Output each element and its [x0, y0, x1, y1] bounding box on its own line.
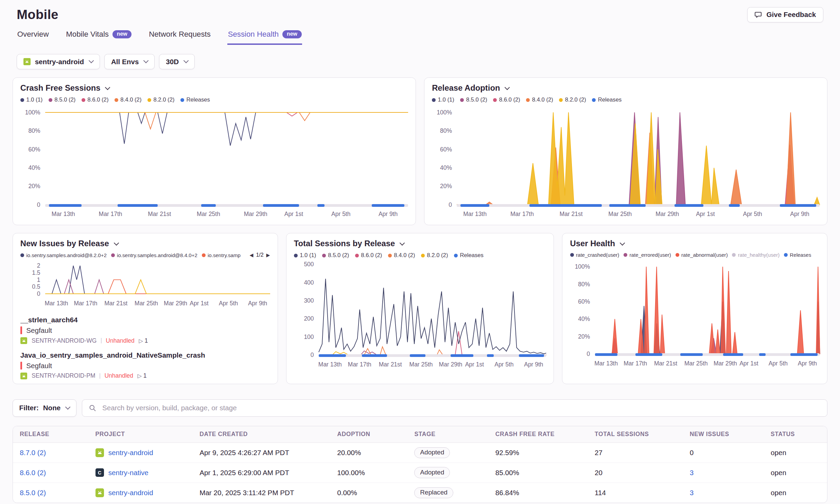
legend-item[interactable]: 8.5.0 (2)	[322, 252, 349, 259]
release-track-segment[interactable]	[780, 204, 816, 207]
legend-item[interactable]: rate_crashed(user)	[570, 252, 619, 258]
legend-dot	[147, 98, 151, 102]
legend-item[interactable]: 8.2.0 (2)	[559, 96, 586, 103]
chart-plot[interactable]	[319, 264, 546, 355]
legend-item[interactable]: rate_abnormal(user)	[676, 252, 728, 258]
give-feedback-button[interactable]: Give Feedback	[747, 7, 823, 22]
releases-track	[595, 353, 820, 356]
chart-legend: io.sentry.samples.android@8.2.0+2io.sent…	[20, 252, 270, 258]
release-track-segment[interactable]	[460, 204, 489, 207]
next-page-icon[interactable]: ▶	[266, 252, 270, 258]
release-track-segment[interactable]	[319, 354, 346, 357]
legend-item[interactable]: 8.2.0 (2)	[421, 252, 448, 259]
release-track-segment[interactable]	[519, 354, 544, 357]
chart-plot[interactable]	[457, 109, 820, 205]
release-version-link[interactable]: 8.7.0 (2)	[20, 449, 46, 456]
y-tick-label: 60%	[578, 298, 590, 305]
legend-item[interactable]: rate_errored(user)	[624, 252, 671, 258]
x-tick-label: Mar 17th	[99, 211, 122, 218]
col-release: Release	[13, 431, 88, 438]
release-track-segment[interactable]	[790, 353, 817, 356]
new-issues-link[interactable]: 3	[690, 469, 694, 476]
release-track-segment[interactable]	[729, 204, 740, 207]
legend-item[interactable]: 8.5.0 (2)	[49, 96, 76, 103]
chevron-down-icon[interactable]	[505, 85, 510, 90]
legend-item[interactable]: 8.4.0 (2)	[526, 96, 553, 103]
project-link[interactable]: sentry-android	[108, 489, 153, 497]
new-issues-link[interactable]: 3	[690, 489, 694, 497]
col-project: Project	[88, 431, 193, 438]
release-track-segment[interactable]	[118, 204, 157, 207]
chevron-down-icon[interactable]	[113, 240, 119, 246]
legend-item[interactable]: 1.0 (1)	[20, 96, 43, 103]
release-track-segment[interactable]	[609, 204, 646, 207]
legend-item[interactable]: 8.6.0 (2)	[355, 252, 382, 259]
issue-title-link[interactable]: Java_io_sentry_samples_android_NativeSam…	[20, 351, 269, 359]
chart-plot[interactable]	[595, 263, 820, 354]
chart-plot[interactable]	[45, 264, 270, 294]
legend-dot	[454, 254, 458, 257]
search-input[interactable]	[101, 400, 821, 416]
status-value: open	[764, 469, 827, 477]
chevron-down-icon[interactable]	[620, 240, 625, 246]
legend-item[interactable]: Releases	[592, 96, 622, 103]
filter-button[interactable]: Filter: None	[13, 399, 77, 417]
release-track-segment[interactable]	[487, 354, 494, 357]
legend-item[interactable]: Releases	[454, 252, 484, 259]
release-track-segment[interactable]	[595, 353, 617, 356]
y-tick-label: 40%	[578, 316, 590, 323]
release-track-segment[interactable]	[529, 204, 602, 207]
release-version-link[interactable]: 8.6.0 (2)	[20, 469, 46, 476]
release-track-segment[interactable]	[49, 204, 82, 207]
y-tick-label: 80%	[440, 127, 452, 134]
adoption-value: 100.00%	[330, 469, 407, 477]
legend-item[interactable]: rate_healthy(user)	[732, 252, 780, 258]
release-track-segment[interactable]	[362, 354, 387, 357]
legend-item[interactable]: Releases	[180, 96, 210, 103]
issue-project-id: SENTRY-ANDROID-PM	[32, 372, 95, 379]
release-track-segment[interactable]	[372, 204, 404, 207]
release-track-segment[interactable]	[410, 354, 426, 357]
legend-item[interactable]: io.sentry.samples.android@8.4.0+2	[111, 252, 197, 258]
release-track-segment[interactable]	[201, 204, 216, 207]
legend-item[interactable]: 8.5.0 (2)	[460, 96, 487, 103]
issue-title-link[interactable]: __strlen_aarch64	[20, 316, 269, 324]
tab-network-requests[interactable]: Network Requests	[148, 28, 211, 45]
legend-item[interactable]: 8.4.0 (2)	[388, 252, 415, 259]
chevron-down-icon[interactable]	[105, 85, 110, 90]
stage-badge: Adopted	[414, 447, 450, 458]
legend-item[interactable]: 8.4.0 (2)	[115, 96, 142, 103]
legend-item[interactable]: 8.2.0 (2)	[147, 96, 175, 103]
legend-item[interactable]: Releases	[784, 252, 811, 258]
release-version-link[interactable]: 8.5.0 (2)	[20, 489, 46, 497]
legend-item[interactable]: 8.6.0 (2)	[493, 96, 520, 103]
project-selector[interactable]: sentry-android	[17, 54, 100, 69]
legend-item[interactable]: 1.0 (1)	[432, 96, 454, 103]
release-track-segment[interactable]	[680, 353, 703, 356]
release-track-segment[interactable]	[317, 204, 325, 207]
release-track-segment[interactable]	[723, 353, 743, 356]
legend-item[interactable]: 1.0 (1)	[294, 252, 316, 259]
project-link[interactable]: sentry-native	[108, 469, 148, 477]
chevron-down-icon[interactable]	[400, 240, 405, 246]
release-track-segment[interactable]	[451, 354, 473, 357]
project-link[interactable]: sentry-android	[108, 449, 153, 457]
release-track-segment[interactable]	[675, 204, 703, 207]
legend-item[interactable]: 8.6.0 (2)	[82, 96, 109, 103]
legend-dot	[115, 98, 118, 102]
legend-dot	[82, 98, 85, 102]
legend-item[interactable]: io.sentry.samples.android@8.2.0+2	[20, 252, 107, 258]
release-track-segment[interactable]	[263, 204, 299, 207]
prev-page-icon[interactable]: ◀	[250, 252, 253, 258]
android-platform-icon	[95, 488, 104, 497]
tab-session-health[interactable]: Session Healthnew	[227, 28, 302, 45]
date-range-selector[interactable]: 30D	[159, 54, 195, 69]
release-track-segment[interactable]	[635, 353, 662, 356]
release-track-segment[interactable]	[759, 353, 766, 356]
chart-plot[interactable]	[45, 109, 408, 205]
tab-mobile-vitals[interactable]: Mobile Vitalsnew	[66, 28, 132, 45]
legend-item[interactable]: io.sentry.samp	[202, 252, 241, 258]
legend-dot	[20, 98, 24, 102]
tab-overview[interactable]: Overview	[17, 28, 49, 45]
environment-selector[interactable]: All Envs	[104, 54, 155, 69]
